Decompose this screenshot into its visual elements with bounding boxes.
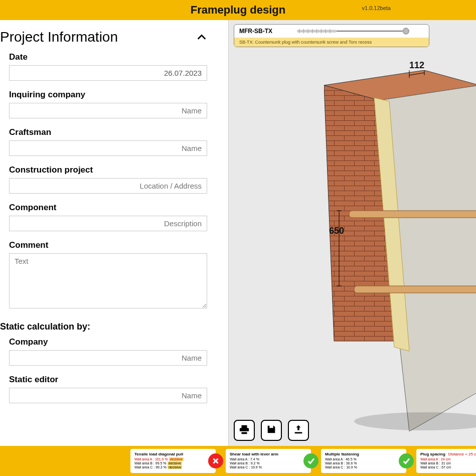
- craftsman-input[interactable]: [9, 140, 207, 156]
- result-line: Wall area C : 19.9 %: [230, 465, 278, 469]
- result-line: Wall area B : 31 cm: [420, 461, 476, 465]
- upload-icon: [293, 424, 304, 437]
- section-header[interactable]: Project Information: [0, 25, 216, 52]
- result-text: Tensile load diagonal pullWall area A : …: [134, 452, 184, 470]
- canvas-panel[interactable]: 112 650 MFR-SB-TX: [228, 20, 476, 446]
- result-line: Wall area A : 46.5 %: [325, 457, 359, 461]
- result-highlight: decisive: [169, 457, 184, 461]
- component-label: Component: [9, 203, 207, 213]
- svg-point-13: [354, 412, 476, 430]
- dim-top: 112: [409, 60, 424, 71]
- app-title: Frameplug design: [191, 4, 285, 17]
- svg-rect-12: [354, 286, 476, 293]
- product-card[interactable]: MFR-SB-TX SB-TX: Count: [234, 24, 429, 47]
- print-button[interactable]: [234, 420, 255, 441]
- result-highlight: decisive: [168, 461, 182, 465]
- result-text: Plug spacingDistance < 25 cmWall area A …: [420, 452, 476, 470]
- static-editor-input[interactable]: [9, 388, 207, 403]
- static-editor-label: Static editor: [9, 375, 207, 385]
- result-line: Wall area A : 7.4 %: [230, 457, 278, 461]
- date-label: Date: [9, 52, 207, 62]
- result-line: Wall area B : 99.5 % decisive: [134, 461, 184, 465]
- company-input[interactable]: [9, 103, 207, 118]
- section-title: Project Information: [0, 29, 118, 45]
- craftsman-label: Craftsman: [9, 127, 207, 137]
- dim-mid: 650: [329, 226, 344, 236]
- form-panel: Project Information Date Inquiring compa…: [0, 20, 228, 446]
- check-icon: [399, 453, 414, 468]
- result-line: Wall area B : 36.6 %: [325, 461, 359, 465]
- static-company-label: Company: [9, 337, 207, 347]
- company-label: Inquiring company: [9, 90, 207, 100]
- close-icon: [208, 453, 223, 468]
- svg-point-30: [403, 28, 409, 34]
- result-line: Wall area A : 101.9 % decisive: [134, 457, 184, 461]
- result-text: Shear load with lever armWall area A : 7…: [230, 452, 278, 470]
- results-bar: Tensile load diagonal pullWall area A : …: [0, 446, 476, 476]
- result-highlight: decisive: [168, 465, 182, 469]
- save-button[interactable]: [261, 420, 282, 441]
- print-icon: [239, 424, 250, 437]
- result-line: Wall area B : 9.2 %: [230, 461, 278, 465]
- comment-label: Comment: [9, 240, 207, 250]
- export-button[interactable]: [288, 420, 309, 441]
- result-line: Wall area C : 16.9 %: [325, 465, 359, 469]
- product-desc: SB-TX: Countersunk plug with countersunk…: [234, 38, 429, 47]
- screw-icon: [284, 28, 424, 35]
- canvas-toolbar: [234, 420, 309, 441]
- wall-visual: [324, 70, 476, 431]
- result-line: Wall area C : 67 cm: [420, 465, 476, 469]
- project-label: Construction project: [9, 165, 207, 175]
- result-extra: Distance < 25 cm: [448, 452, 476, 456]
- component-input[interactable]: [9, 216, 207, 231]
- result-title: Tensile load diagonal pull: [134, 452, 184, 457]
- result-text: Multiple fasteningWall area A : 46.5 % W…: [325, 452, 359, 470]
- product-code: MFR-SB-TX: [239, 28, 279, 35]
- app-header: Frameplug design v1.0.12beta: [0, 0, 476, 20]
- save-icon: [266, 424, 277, 437]
- svg-rect-11: [349, 211, 476, 218]
- result-line: Wall area C : 99.3 % decisive: [134, 465, 184, 469]
- chevron-up-icon: [196, 32, 207, 43]
- result-line: Wall area A : 24 cm: [420, 457, 476, 461]
- comment-textarea[interactable]: [9, 253, 207, 308]
- app-version: v1.0.12beta: [362, 5, 391, 11]
- result-title: Plug spacingDistance < 25 cm: [420, 452, 476, 457]
- result-title: Multiple fastening: [325, 452, 359, 457]
- static-header: Static calculation by:: [0, 320, 216, 337]
- result-title: Shear load with lever arm: [230, 452, 278, 457]
- result-card[interactable]: Plug spacingDistance < 25 cmWall area A …: [416, 449, 476, 473]
- result-card[interactable]: Tensile load diagonal pullWall area A : …: [130, 449, 216, 473]
- static-company-input[interactable]: [9, 350, 207, 366]
- date-input[interactable]: [9, 65, 207, 81]
- result-card[interactable]: Shear load with lever armWall area A : 7…: [226, 449, 311, 473]
- check-icon: [303, 453, 319, 468]
- project-input[interactable]: [9, 178, 207, 194]
- result-card[interactable]: Multiple fasteningWall area A : 46.5 % W…: [321, 449, 406, 473]
